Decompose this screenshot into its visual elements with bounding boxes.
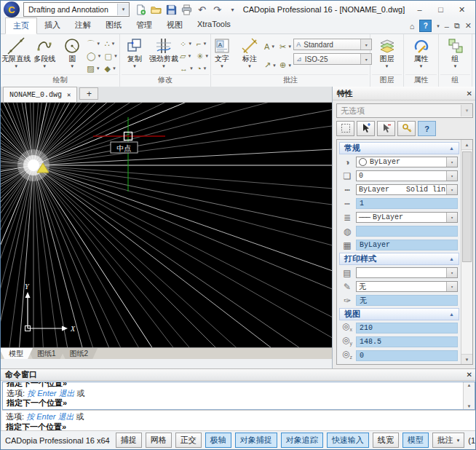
chevron-down-icon[interactable]: ▾ (446, 268, 457, 277)
tool-layers[interactable]: 图层▼ (374, 35, 400, 74)
chevron-down-icon[interactable]: ▾ (446, 185, 457, 194)
help-dropdown-icon[interactable]: ▾ (437, 23, 440, 29)
drawing-canvas[interactable]: 中点XY (1, 103, 332, 347)
properties-close-icon[interactable]: ✕ (467, 90, 472, 98)
mini-tool-smart[interactable]: ◔▼ (197, 63, 209, 74)
sheet-tab-图纸2[interactable]: 图纸2 (60, 348, 98, 359)
collapse-caret-icon[interactable]: ▲ (449, 312, 454, 317)
mini-tool-textstyle[interactable]: A▼ (264, 38, 277, 56)
property-dropdown[interactable]: 0▾ (356, 170, 458, 181)
mini-tool-hatch[interactable]: ▨▼ (87, 63, 101, 74)
ribbon-tab-注解[interactable]: 注解 (68, 17, 98, 33)
open-file-button[interactable] (150, 4, 162, 16)
tool-copy[interactable]: 复制▼ (122, 35, 148, 74)
mini-tool-points[interactable]: ∴▼ (105, 38, 118, 50)
property-edit-field[interactable]: 1 (356, 198, 458, 209)
toggle-捕捉[interactable]: 捕捉 (116, 433, 142, 448)
section-header-打印样式[interactable]: 打印样式▲ (339, 253, 459, 265)
document-tab[interactable]: NONAME_0.dwg ✕ (3, 87, 77, 102)
doc-minimize-button[interactable]: – (445, 22, 449, 31)
command-scrollbar[interactable]: ▲ ▼ (463, 382, 475, 409)
section-header-常规[interactable]: 常规▲ (339, 142, 459, 154)
doc-close-button[interactable]: ✕ (465, 21, 472, 31)
select-rect-button[interactable] (336, 121, 354, 136)
sheet-tab-模型[interactable]: 模型 (0, 348, 33, 359)
mini-tool-ellipse[interactable]: ◯▼ (87, 50, 101, 62)
property-edit-field[interactable] (356, 226, 458, 237)
scroll-down-icon[interactable]: ▼ (461, 354, 472, 364)
mini-tool-explode[interactable]: ✳▼ (197, 50, 209, 62)
ribbon-tab-XtraTools[interactable]: XtraTools (190, 17, 238, 33)
toggle-模型[interactable]: 模型 (402, 433, 429, 448)
property-edit-field[interactable]: 210 (356, 323, 458, 333)
chevron-down-icon[interactable]: ▾ (117, 4, 129, 15)
toggle-正交[interactable]: 正交 (175, 433, 202, 448)
mini-tool-leader[interactable]: ↗▼ (264, 57, 277, 75)
toggle-快速输入[interactable]: 快速输入 (327, 433, 369, 448)
chevron-down-icon[interactable]: ▼ (14, 64, 18, 68)
tool-group[interactable]: 组▼ (443, 35, 469, 74)
collapse-caret-icon[interactable]: ▲ (449, 146, 454, 151)
property-dropdown[interactable]: ———ByLayer▾ (356, 212, 458, 223)
mini-tool-eraser[interactable]: ▱▼ (180, 50, 194, 62)
tool-attributes[interactable]: 属性▼ (408, 35, 435, 74)
tool-circle[interactable]: 圆▼ (59, 35, 85, 74)
chevron-down-icon[interactable]: ▼ (42, 64, 47, 68)
ribbon-tab-插入[interactable]: 插入 (37, 17, 68, 33)
scroll-up-icon[interactable]: ▲ (461, 140, 472, 150)
command-window-close-icon[interactable]: ✕ (467, 371, 472, 379)
chevron-down-icon[interactable]: ▼ (132, 64, 137, 68)
print-button[interactable] (181, 4, 193, 16)
quick-select-button[interactable] (397, 121, 416, 136)
tool-text[interactable]: A文字▼ (209, 35, 235, 74)
help-button[interactable]: ? (418, 121, 436, 136)
chevron-down-icon[interactable]: ▾ (446, 171, 457, 181)
command-option-link[interactable]: 按 Enter 退出 (26, 412, 74, 421)
chevron-down-icon[interactable]: ▼ (247, 64, 252, 68)
scroll-down-icon[interactable]: ▼ (467, 404, 472, 408)
style-dropdown-Standard[interactable]: AStandard▾ (293, 39, 372, 50)
mini-tool-stretch[interactable]: ↔▼ (180, 63, 194, 74)
property-edit-field[interactable]: 0 (356, 350, 458, 361)
tool-dimension[interactable]: 标注▼ (237, 35, 263, 74)
ribbon-tab-图纸[interactable]: 图纸 (98, 17, 129, 33)
section-header-视图[interactable]: 视图▲ (339, 308, 459, 320)
property-dropdown[interactable]: 无▾ (356, 281, 458, 292)
doc-restore-button[interactable]: ⧉ (454, 21, 460, 31)
tool-xline[interactable]: 无限直线▼ (2, 35, 30, 74)
toggle-对象捕捉[interactable]: 对象捕捉 (235, 433, 277, 448)
toggle-网格[interactable]: 网格 (146, 433, 172, 448)
toggle-极轴[interactable]: 极轴 (205, 433, 231, 448)
tab-close-icon[interactable]: ✕ (67, 91, 71, 99)
undo-button[interactable]: ↶ (196, 4, 208, 16)
property-edit-field[interactable]: 148.5 (356, 336, 458, 347)
property-dropdown[interactable]: ▾ (356, 267, 458, 278)
qat-customize-button[interactable]: ▾ (226, 4, 239, 16)
pick-remove-button[interactable] (377, 121, 395, 136)
ribbon-home-icon[interactable]: ⌂ (410, 22, 415, 31)
maximize-button[interactable]: □ (430, 3, 451, 17)
properties-scrollbar[interactable]: ▲ ▼ (461, 140, 472, 364)
property-dropdown[interactable]: ByLayer▾ (356, 157, 458, 167)
chevron-down-icon[interactable]: ▼ (419, 64, 424, 68)
mini-tool-note[interactable]: ▢▼ (105, 50, 118, 62)
help-button[interactable]: ? (419, 20, 432, 32)
property-edit-field[interactable]: ByLayer (356, 240, 458, 250)
chevron-down-icon[interactable]: ▼ (453, 64, 458, 68)
ribbon-tab-主页[interactable]: 主页 (5, 17, 37, 34)
style-dropdown-ISO-25[interactable]: ⊿ISO-25▾ (293, 53, 372, 65)
collapse-caret-icon[interactable]: ▲ (449, 256, 454, 261)
toggle-线宽[interactable]: 线宽 (373, 433, 399, 448)
pick-add-button[interactable] (357, 121, 375, 136)
mini-tool-key[interactable]: ⊕▼ (279, 57, 292, 75)
app-logo-icon[interactable]: C (4, 1, 20, 17)
mini-tool-pattern[interactable]: ⁘▼ (180, 38, 194, 50)
command-history[interactable]: 指定下一个位置»选项: 按 Enter 退出 或指定下一个位置» ▲ ▼ (2, 382, 475, 410)
ribbon-tab-视图[interactable]: 视图 (159, 17, 190, 33)
chevron-down-icon[interactable]: ▼ (220, 64, 224, 68)
ribbon-tab-管理[interactable]: 管理 (129, 17, 159, 33)
chevron-down-icon[interactable]: ▼ (385, 64, 389, 68)
chevron-down-icon[interactable]: ▾ (446, 282, 457, 291)
property-edit-field[interactable]: 无 (356, 295, 458, 306)
toggle-对象追踪[interactable]: 对象追踪 (281, 433, 323, 448)
